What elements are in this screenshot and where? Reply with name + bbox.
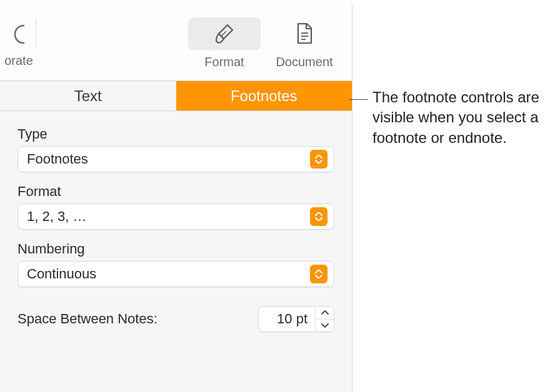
space-stepper[interactable]: 10 pt	[258, 306, 334, 332]
tab-footnotes[interactable]: Footnotes	[176, 81, 352, 110]
toolbar-item-label: Format	[204, 55, 244, 69]
dropdown-handle-icon	[310, 150, 328, 169]
dropdown-value: Continuous	[27, 266, 310, 282]
format-panel: orate Format	[0, 0, 352, 392]
space-between-notes-field: Space Between Notes: 10 pt	[18, 306, 334, 332]
paintbrush-icon	[214, 23, 235, 44]
format-label: Format	[18, 184, 334, 200]
format-dropdown[interactable]: 1, 2, 3, …	[18, 203, 334, 230]
collaborate-icon	[1, 20, 36, 49]
document-button[interactable]: Document	[266, 11, 343, 69]
toolbar-item-label: Document	[276, 55, 332, 69]
stepper-up-button[interactable]	[316, 306, 334, 320]
toolbar-item-label: orate	[0, 54, 38, 68]
tabs: Text Footnotes	[0, 81, 352, 111]
chevron-down-icon	[321, 323, 329, 328]
toolbar: orate Format	[0, 0, 352, 81]
callout-line	[349, 99, 368, 100]
tab-text[interactable]: Text	[0, 81, 176, 110]
dropdown-handle-icon	[310, 265, 328, 283]
type-label: Type	[18, 126, 334, 142]
callout-text: The footnote controls are visible when y…	[372, 87, 560, 148]
chevron-up-icon	[321, 310, 329, 315]
type-field: Type Footnotes	[18, 126, 334, 172]
dropdown-handle-icon	[310, 207, 328, 226]
numbering-label: Numbering	[18, 241, 334, 257]
stepper-down-button[interactable]	[316, 320, 334, 332]
toolbar-collaborate-item[interactable]: orate	[0, 20, 38, 68]
space-label: Space Between Notes:	[18, 311, 258, 327]
numbering-dropdown[interactable]: Continuous	[18, 261, 334, 287]
document-icon	[295, 22, 314, 45]
numbering-field: Numbering Continuous	[18, 241, 334, 287]
format-field: Format 1, 2, 3, …	[18, 184, 334, 230]
stepper-buttons	[315, 306, 334, 331]
stepper-value: 10 pt	[259, 311, 315, 327]
type-dropdown[interactable]: Footnotes	[18, 146, 334, 172]
toolbar-group: Format Document	[186, 11, 343, 69]
format-button[interactable]: Format	[186, 11, 263, 69]
dropdown-value: 1, 2, 3, …	[27, 208, 310, 225]
dropdown-value: Footnotes	[27, 151, 310, 167]
footnotes-content: Type Footnotes Format 1, 2, 3, … Numberi…	[0, 111, 352, 347]
